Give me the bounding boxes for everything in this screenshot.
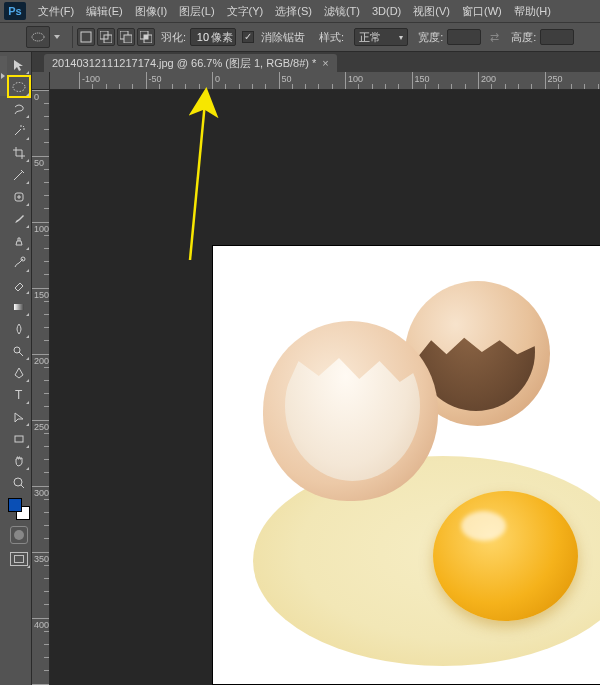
clone-stamp-tool[interactable] (8, 230, 30, 251)
svg-rect-5 (124, 35, 132, 43)
type-tool[interactable]: T (8, 384, 30, 405)
menu-edit[interactable]: 编辑(E) (80, 0, 129, 22)
options-bar: 羽化: 10 像素 消除锯齿 样式: 正常 ▾ 宽度: ⇄ 高度: (0, 22, 600, 52)
eraser-tool[interactable] (8, 274, 30, 295)
feather-unit: 像素 (211, 30, 233, 45)
swap-dimensions-icon[interactable]: ⇄ (487, 30, 501, 44)
eyedropper-tool[interactable] (8, 164, 30, 185)
close-icon[interactable]: × (322, 57, 328, 69)
svg-rect-8 (144, 35, 148, 39)
menu-bar: Ps 文件(F) 编辑(E) 图像(I) 图层(L) 文字(Y) 选择(S) 滤… (0, 0, 600, 22)
current-tool-preset[interactable] (26, 26, 50, 48)
magic-wand-tool[interactable] (8, 120, 30, 141)
style-value: 正常 (359, 30, 381, 45)
document-tab-title: 20140312111217174.jpg @ 66.7% (图层 1, RGB… (52, 56, 316, 71)
chevron-down-icon: ▾ (399, 33, 403, 42)
pen-tool[interactable] (8, 362, 30, 383)
svg-text:T: T (15, 388, 23, 402)
zoom-tool[interactable] (8, 472, 30, 493)
document-tab-bar: 20140312111217174.jpg @ 66.7% (图层 1, RGB… (32, 52, 600, 72)
svg-point-16 (14, 478, 22, 486)
rectangle-shape-tool[interactable] (8, 428, 30, 449)
selection-mode-subtract[interactable] (117, 28, 135, 46)
canvas-image[interactable] (212, 245, 600, 685)
document-zone: 20140312111217174.jpg @ 66.7% (图层 1, RGB… (32, 52, 600, 685)
svg-rect-15 (15, 436, 23, 442)
elliptical-marquee-tool[interactable] (8, 76, 30, 97)
menu-window[interactable]: 窗口(W) (456, 0, 508, 22)
width-field[interactable] (447, 29, 481, 45)
path-selection-tool[interactable] (8, 406, 30, 427)
menu-filter[interactable]: 滤镜(T) (318, 0, 366, 22)
feather-input[interactable]: 10 像素 (190, 28, 236, 46)
menu-3d[interactable]: 3D(D) (366, 0, 407, 22)
feather-value[interactable]: 10 (193, 31, 211, 43)
color-swatches[interactable] (8, 498, 30, 520)
canvas-workspace[interactable]: 050100150200250300350400450 (32, 90, 600, 685)
document-tab[interactable]: 20140312111217174.jpg @ 66.7% (图层 1, RGB… (44, 54, 337, 72)
quick-mask-toggle[interactable] (10, 526, 28, 544)
menu-view[interactable]: 视图(V) (407, 0, 456, 22)
brush-tool[interactable] (8, 208, 30, 229)
width-label: 宽度: (418, 30, 443, 45)
app-area: T 20140312111217174.jpg @ 66.7% (图层 1, R… (0, 52, 600, 685)
gradient-tool[interactable] (8, 296, 30, 317)
height-label: 高度: (511, 30, 536, 45)
crop-tool[interactable] (8, 142, 30, 163)
svg-point-0 (32, 33, 44, 41)
eggshell-front-illustration (263, 321, 438, 501)
separator (72, 26, 73, 48)
antialias-label: 消除锯齿 (261, 30, 305, 45)
menu-image[interactable]: 图像(I) (129, 0, 173, 22)
selection-mode-new[interactable] (77, 28, 95, 46)
menu-file[interactable]: 文件(F) (32, 0, 80, 22)
selection-mode-intersect[interactable] (137, 28, 155, 46)
app-logo: Ps (4, 2, 26, 20)
menu-layer[interactable]: 图层(L) (173, 0, 220, 22)
toolbox: T (7, 52, 32, 685)
foreground-color-swatch[interactable] (8, 498, 22, 512)
feather-label: 羽化: (161, 30, 186, 45)
dodge-tool[interactable] (8, 340, 30, 361)
svg-rect-1 (81, 32, 91, 42)
ruler-origin[interactable] (32, 72, 50, 90)
egg-yolk-illustration (433, 491, 578, 621)
menu-type[interactable]: 文字(Y) (221, 0, 270, 22)
move-tool[interactable] (8, 54, 30, 75)
tool-preset-dropdown-icon[interactable] (54, 35, 60, 39)
menu-select[interactable]: 选择(S) (269, 0, 318, 22)
style-label: 样式: (319, 30, 344, 45)
lasso-tool[interactable] (8, 98, 30, 119)
screen-mode-toggle[interactable] (10, 552, 28, 566)
horizontal-ruler[interactable]: -100-50050100150200250 (32, 72, 600, 90)
vertical-ruler[interactable]: 050100150200250300350400450 (32, 90, 50, 685)
history-brush-tool[interactable] (8, 252, 30, 273)
menu-help[interactable]: 帮助(H) (508, 0, 557, 22)
selection-mode-add[interactable] (97, 28, 115, 46)
healing-brush-tool[interactable] (8, 186, 30, 207)
svg-rect-12 (14, 304, 24, 310)
panel-left-gutter (0, 52, 7, 685)
height-field[interactable] (540, 29, 574, 45)
hand-tool[interactable] (8, 450, 30, 471)
antialias-checkbox[interactable] (242, 31, 254, 43)
blur-tool[interactable] (8, 318, 30, 339)
svg-point-9 (13, 82, 25, 91)
panel-expand-handle[interactable] (0, 56, 7, 96)
style-dropdown[interactable]: 正常 ▾ (354, 28, 408, 46)
